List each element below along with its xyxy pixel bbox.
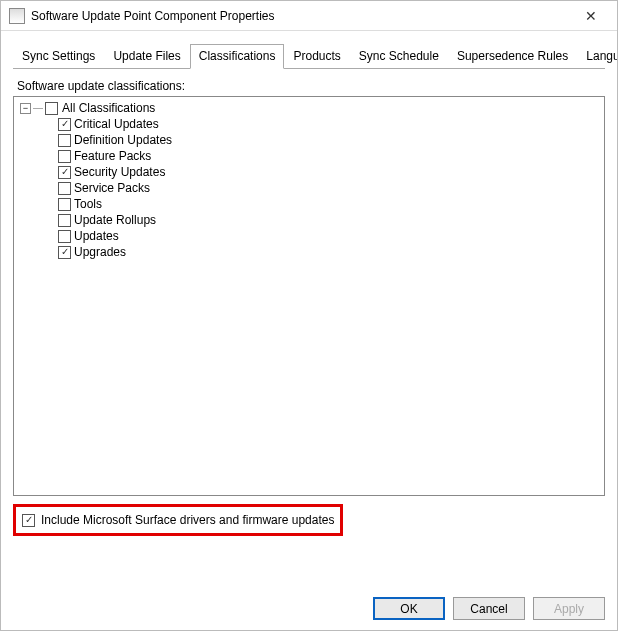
item-checkbox[interactable]: [58, 230, 71, 243]
tree-item: Security Updates: [58, 164, 600, 180]
tab-products[interactable]: Products: [284, 44, 349, 69]
tree-item: Updates: [58, 228, 600, 244]
tab-label: Update Files: [113, 49, 180, 63]
tab-sync-settings[interactable]: Sync Settings: [13, 44, 104, 69]
close-button[interactable]: ✕: [571, 2, 611, 30]
window-title: Software Update Point Component Properti…: [31, 9, 571, 23]
cancel-button[interactable]: Cancel: [453, 597, 525, 620]
tab-label: Sync Schedule: [359, 49, 439, 63]
dialog-content: Sync Settings Update Files Classificatio…: [1, 31, 617, 536]
item-label[interactable]: Upgrades: [74, 245, 126, 259]
surface-label[interactable]: Include Microsoft Surface drivers and fi…: [41, 513, 334, 527]
tab-label: Products: [293, 49, 340, 63]
item-checkbox[interactable]: [58, 118, 71, 131]
tree-item: Service Packs: [58, 180, 600, 196]
tab-label: Languages: [586, 49, 618, 63]
tab-update-files[interactable]: Update Files: [104, 44, 189, 69]
tab-supersedence-rules[interactable]: Supersedence Rules: [448, 44, 577, 69]
tree-root: − All Classifications: [18, 101, 600, 115]
tab-label: Sync Settings: [22, 49, 95, 63]
tree-item: Upgrades: [58, 244, 600, 260]
tab-label: Supersedence Rules: [457, 49, 568, 63]
dialog-footer: OK Cancel Apply: [373, 597, 605, 620]
item-checkbox[interactable]: [58, 166, 71, 179]
tree-item: Update Rollups: [58, 212, 600, 228]
section-label: Software update classifications:: [17, 79, 605, 93]
button-label: Apply: [554, 602, 584, 616]
item-label[interactable]: Critical Updates: [74, 117, 159, 131]
button-label: Cancel: [470, 602, 507, 616]
collapse-icon[interactable]: −: [20, 103, 31, 114]
root-label[interactable]: All Classifications: [62, 101, 155, 115]
tree-item: Definition Updates: [58, 132, 600, 148]
tree-item: Critical Updates: [58, 116, 600, 132]
tab-strip: Sync Settings Update Files Classificatio…: [13, 43, 605, 69]
item-checkbox[interactable]: [58, 246, 71, 259]
item-checkbox[interactable]: [58, 214, 71, 227]
surface-drivers-option: Include Microsoft Surface drivers and fi…: [13, 504, 343, 536]
item-checkbox[interactable]: [58, 182, 71, 195]
surface-checkbox[interactable]: [22, 514, 35, 527]
titlebar: Software Update Point Component Properti…: [1, 1, 617, 31]
item-checkbox[interactable]: [58, 198, 71, 211]
tab-languages[interactable]: Languages: [577, 44, 618, 69]
item-label[interactable]: Updates: [74, 229, 119, 243]
button-label: OK: [400, 602, 417, 616]
app-icon: [9, 8, 25, 24]
tree-line: [33, 108, 43, 109]
item-checkbox[interactable]: [58, 150, 71, 163]
close-icon: ✕: [585, 8, 597, 24]
tab-sync-schedule[interactable]: Sync Schedule: [350, 44, 448, 69]
tree-item: Tools: [58, 196, 600, 212]
item-checkbox[interactable]: [58, 134, 71, 147]
classifications-tree[interactable]: − All Classifications Critical Updates D…: [13, 96, 605, 496]
item-label[interactable]: Feature Packs: [74, 149, 151, 163]
item-label[interactable]: Tools: [74, 197, 102, 211]
ok-button[interactable]: OK: [373, 597, 445, 620]
item-label[interactable]: Definition Updates: [74, 133, 172, 147]
tab-classifications[interactable]: Classifications: [190, 44, 285, 69]
tree-children: Critical Updates Definition Updates Feat…: [18, 116, 600, 260]
tab-label: Classifications: [199, 49, 276, 63]
apply-button: Apply: [533, 597, 605, 620]
tree-item: Feature Packs: [58, 148, 600, 164]
item-label[interactable]: Security Updates: [74, 165, 165, 179]
root-checkbox[interactable]: [45, 102, 58, 115]
item-label[interactable]: Service Packs: [74, 181, 150, 195]
item-label[interactable]: Update Rollups: [74, 213, 156, 227]
